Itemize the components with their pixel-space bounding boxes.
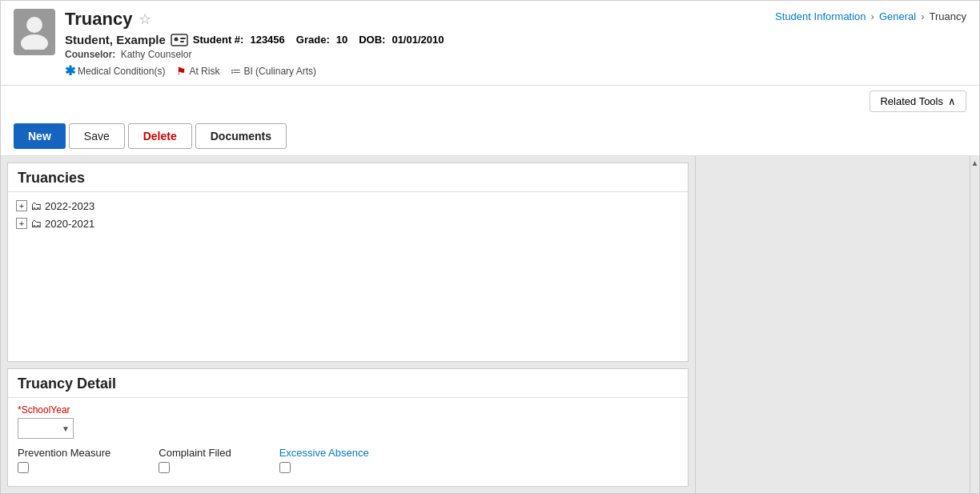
id-card-icon[interactable] (171, 34, 188, 46)
related-tools-row: Related Tools ∧ (1, 86, 979, 117)
page-title: Truancy (65, 9, 132, 30)
prevention-measure-checkbox[interactable] (18, 462, 29, 473)
bi-label: BI (Culinary Arts) (243, 66, 316, 77)
badge-bi: ≔ BI (Culinary Arts) (231, 65, 316, 77)
counselor-value: Kathy Counselor (121, 49, 192, 60)
avatar (14, 9, 55, 55)
breadcrumb-general[interactable]: General (879, 10, 916, 22)
badges-row: ✱ Medical Condition(s) ⚑ At Risk ≔ BI (C… (65, 63, 966, 78)
detail-section: Truancy Detail *SchoolYear ▼ (7, 368, 689, 487)
complaint-filed-checkbox[interactable] (159, 462, 170, 473)
breadcrumb-sep-1: › (871, 10, 874, 22)
student-name-row: Student, Example Student #: 123456 Grade… (65, 33, 966, 46)
header: Truancy ☆ Student, Example Student #: 12… (1, 1, 979, 86)
school-year-label-text: *SchoolYear (18, 404, 70, 416)
bi-icon: ≔ (231, 65, 241, 77)
student-name: Student, Example (65, 33, 166, 46)
svg-rect-2 (171, 34, 187, 46)
tree-item-label-2020: 2020-2021 (45, 218, 94, 230)
detail-section-title: Truancy Detail (8, 369, 688, 398)
prevention-measure-label: Prevention Measure (18, 447, 110, 459)
badge-medical: ✱ Medical Condition(s) (65, 63, 165, 78)
svg-point-1 (21, 34, 48, 50)
svg-rect-5 (180, 41, 184, 42)
truancies-section: Truancies + 🗂 2022-2023 + 🗂 2020-2021 (7, 163, 689, 362)
breadcrumb: Student Information › General › Truancy (775, 10, 966, 22)
expand-icon-2020[interactable]: + (16, 218, 27, 229)
left-panel: Truancies + 🗂 2022-2023 + 🗂 2020-2021 (1, 156, 695, 493)
medical-label: Medical Condition(s) (78, 66, 165, 77)
excessive-absence-checkbox[interactable] (279, 462, 291, 473)
complaint-filed-group: Complaint Filed (159, 447, 231, 473)
school-year-select-wrapper[interactable]: ▼ (18, 418, 74, 439)
grade-value: 10 (336, 34, 347, 46)
dob-label: DOB: (359, 34, 385, 46)
tree-item-2020[interactable]: + 🗂 2020-2021 (16, 215, 680, 232)
right-panel-inner: ▲ (696, 156, 979, 493)
at-risk-label: At Risk (189, 66, 219, 77)
detail-body: *SchoolYear ▼ Prevention Measure (8, 398, 688, 480)
breadcrumb-truancy: Truancy (930, 10, 966, 22)
student-number-label: Student #: (193, 34, 244, 46)
flag-icon: ⚑ (176, 65, 187, 78)
dob-value: 01/01/2010 (392, 34, 444, 46)
student-number-value: 123456 (250, 34, 284, 46)
svg-point-0 (26, 17, 42, 33)
folder-icon-2020: 🗂 (30, 217, 42, 230)
scroll-up-icon[interactable]: ▲ (969, 156, 980, 170)
excessive-absence-group: Excessive Absence (279, 447, 369, 473)
excessive-absence-label: Excessive Absence (279, 447, 369, 459)
main-content: Truancies + 🗂 2022-2023 + 🗂 2020-2021 (1, 156, 979, 493)
favorite-star-icon[interactable]: ☆ (139, 10, 151, 28)
tree-item-label-2022: 2022-2023 (45, 200, 94, 212)
complaint-filed-label: Complaint Filed (159, 447, 231, 459)
svg-point-3 (174, 37, 178, 41)
breadcrumb-sep-2: › (921, 10, 924, 22)
avatar-icon (18, 14, 50, 50)
school-year-label: *SchoolYear (18, 404, 678, 416)
folder-icon-2022: 🗂 (30, 199, 42, 212)
breadcrumb-student-information[interactable]: Student Information (775, 10, 866, 22)
new-button[interactable]: New (14, 123, 66, 149)
toolbar: New Save Delete Documents (1, 117, 979, 156)
save-button[interactable]: Save (69, 123, 125, 149)
delete-button[interactable]: Delete (128, 123, 192, 149)
related-tools-label: Related Tools (880, 95, 943, 107)
related-tools-arrow-icon: ∧ (948, 95, 956, 107)
right-panel: ▲ (695, 156, 979, 493)
select-arrow-icon: ▼ (62, 424, 70, 433)
truancies-section-title: Truancies (8, 163, 688, 192)
grade-label: Grade: (296, 34, 330, 46)
expand-icon-2022[interactable]: + (16, 200, 27, 211)
svg-rect-4 (180, 38, 186, 39)
counselor-label: Counselor: (65, 49, 115, 60)
medical-icon: ✱ (65, 63, 75, 78)
prevention-measure-group: Prevention Measure (18, 447, 110, 473)
counselor-row: Counselor: Kathy Counselor (65, 49, 966, 60)
documents-button[interactable]: Documents (195, 123, 287, 149)
checkboxes-row: Prevention Measure Complaint Filed Exces… (18, 447, 678, 473)
truancies-tree: + 🗂 2022-2023 + 🗂 2020-2021 (8, 192, 688, 237)
related-tools-button[interactable]: Related Tools ∧ (870, 90, 966, 112)
tree-item-2022[interactable]: + 🗂 2022-2023 (16, 197, 680, 215)
badge-at-risk: ⚑ At Risk (176, 65, 219, 78)
scrollbar[interactable]: ▲ (970, 156, 979, 493)
